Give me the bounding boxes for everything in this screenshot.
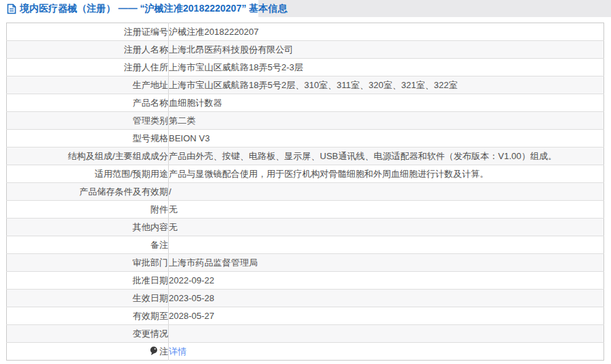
table-row-production-address: 生产地址 上海市宝山区威航路18弄5号2层、310室、311室、320室、321… bbox=[7, 76, 604, 94]
note-label-text: 注 bbox=[159, 346, 168, 356]
table-row-management-class: 管理类别 第二类 bbox=[7, 112, 604, 130]
note-balloon-icon bbox=[150, 346, 158, 356]
row-label: 注 bbox=[7, 343, 169, 361]
row-value: 上海市宝山区威航路18弄5号2层、310室、311室、320室、321室、322… bbox=[169, 76, 604, 94]
page-header: 境内医疗器械（注册） —— “沪械注准20182220207” 基本信息 bbox=[0, 0, 611, 23]
row-value: 无 bbox=[169, 201, 604, 219]
row-label: 注册人住所 bbox=[7, 59, 169, 76]
row-label: 产品储存条件及有效期 bbox=[7, 183, 169, 201]
table-row-approval-department: 审批部门 上海市药品监督管理局 bbox=[7, 254, 604, 272]
row-value: 2028-05-27 bbox=[169, 307, 604, 325]
row-value: 无 bbox=[169, 219, 604, 236]
row-label: 生产地址 bbox=[7, 76, 169, 94]
table-row-other-content: 其他内容 无 bbox=[7, 219, 604, 236]
document-icon bbox=[7, 3, 16, 14]
table-row-registration-number: 注册证编号 沪械注准20182220207 bbox=[7, 23, 604, 41]
table-row-expiry-date: 有效期至 2028-05-27 bbox=[7, 307, 604, 325]
row-value: 上海市宝山区威航路18弄5号2-3层 bbox=[169, 59, 604, 76]
row-label: 产品名称 bbox=[7, 94, 169, 112]
row-value bbox=[169, 325, 604, 343]
table-row-change-status: 变更情况 bbox=[7, 325, 604, 343]
table-row-model-spec: 型号规格 BEION V3 bbox=[7, 130, 604, 148]
row-label: 批准日期 bbox=[7, 272, 169, 290]
row-value: 2023-05-28 bbox=[169, 290, 604, 307]
row-label: 结构及组成/主要组成成分 bbox=[7, 148, 169, 165]
row-label: 适用范围/预期用途 bbox=[7, 165, 169, 183]
row-label: 型号规格 bbox=[7, 130, 169, 148]
row-value: 血细胞计数器 bbox=[169, 94, 604, 112]
row-value bbox=[169, 236, 604, 254]
table-row-approval-date: 批准日期 2022-09-22 bbox=[7, 272, 604, 290]
page-title: 境内医疗器械（注册） —— “沪械注准20182220207” 基本信息 bbox=[7, 3, 287, 15]
row-value: 上海北昂医药科技股份有限公司 bbox=[169, 41, 604, 59]
table-row-intended-use: 适用范围/预期用途 产品与显微镜配合使用，用于医疗机构对骨髓细胞和外周血细胞进行… bbox=[7, 165, 604, 183]
table-row-attachments: 附件 无 bbox=[7, 201, 604, 219]
table-row-note: 注 详情 bbox=[7, 343, 604, 361]
row-label: 附件 bbox=[7, 201, 169, 219]
table-row-registrant-address: 注册人住所 上海市宝山区威航路18弄5号2-3层 bbox=[7, 59, 604, 76]
row-value: 产品由外壳、按键、电路板、显示屏、USB通讯线、电源适配器和软件（发布版本：V1… bbox=[169, 148, 604, 165]
table-row-product-name: 产品名称 血细胞计数器 bbox=[7, 94, 604, 112]
row-value: 详情 bbox=[169, 343, 604, 361]
header-band bbox=[258, 0, 611, 17]
row-value: 2022-09-22 bbox=[169, 272, 604, 290]
row-value: 上海市药品监督管理局 bbox=[169, 254, 604, 272]
row-label: 有效期至 bbox=[7, 307, 169, 325]
row-label: 变更情况 bbox=[7, 325, 169, 343]
row-value: / bbox=[169, 183, 604, 201]
row-label: 注册证编号 bbox=[7, 23, 169, 41]
row-label: 备注 bbox=[7, 236, 169, 254]
row-value: 沪械注准20182220207 bbox=[169, 23, 604, 41]
row-label: 生效日期 bbox=[7, 290, 169, 307]
row-label: 管理类别 bbox=[7, 112, 169, 130]
row-label: 审批部门 bbox=[7, 254, 169, 272]
info-table: 注册证编号 沪械注准20182220207 注册人名称 上海北昂医药科技股份有限… bbox=[6, 23, 604, 361]
registration-info-page: 境内医疗器械（注册） —— “沪械注准20182220207” 基本信息 注册证… bbox=[0, 0, 611, 364]
table-row-effective-date: 生效日期 2023-05-28 bbox=[7, 290, 604, 307]
row-label: 注册人名称 bbox=[7, 41, 169, 59]
row-value: 第二类 bbox=[169, 112, 604, 130]
table-row-storage-conditions: 产品储存条件及有效期 / bbox=[7, 183, 604, 201]
row-label: 其他内容 bbox=[7, 219, 169, 236]
row-value: BEION V3 bbox=[169, 130, 604, 148]
table-row-remarks: 备注 bbox=[7, 236, 604, 254]
page-title-text: 境内医疗器械（注册） —— “沪械注准20182220207” 基本信息 bbox=[20, 3, 287, 15]
details-link[interactable]: 详情 bbox=[169, 346, 187, 356]
table-row-registrant-name: 注册人名称 上海北昂医药科技股份有限公司 bbox=[7, 41, 604, 59]
table-row-composition: 结构及组成/主要组成成分 产品由外壳、按键、电路板、显示屏、USB通讯线、电源适… bbox=[7, 148, 604, 165]
row-value: 产品与显微镜配合使用，用于医疗机构对骨髓细胞和外周血细胞进行计数及计算。 bbox=[169, 165, 604, 183]
